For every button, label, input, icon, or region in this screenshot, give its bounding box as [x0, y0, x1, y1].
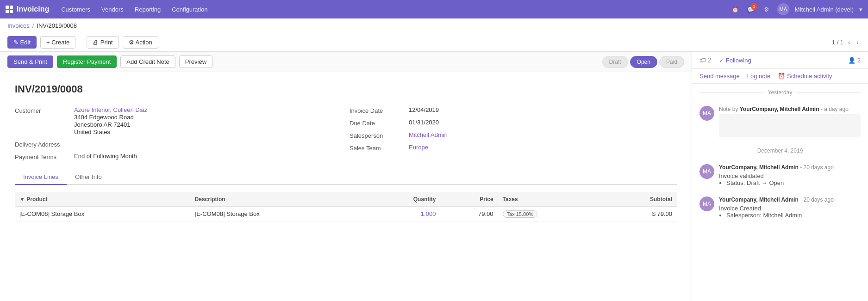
menu-reporting[interactable]: Reporting	[130, 4, 165, 15]
next-button[interactable]: ›	[855, 38, 861, 47]
invoice-number: INV/2019/0008	[15, 83, 677, 95]
schedule-activity-link[interactable]: ⏰ Schedule activity	[778, 73, 832, 80]
due-date-label: Due Date	[350, 119, 405, 127]
chat-icon[interactable]: 💬 1	[746, 4, 756, 14]
invoice-date-row: Invoice Date 12/04/2019	[350, 106, 677, 114]
chatter-top: 🏷 2 ✓ Following 👤 2	[692, 52, 868, 69]
row-product: [E-COM08] Storage Box	[15, 207, 190, 221]
notification-badge: 1	[751, 3, 757, 10]
invoice-form: INV/2019/0008 Customer Azure Interior, C…	[0, 72, 692, 233]
customer-country: United States	[74, 129, 147, 135]
print-button[interactable]: 🖨 Print	[87, 36, 119, 49]
row-taxes: Tax 15.00%	[498, 207, 603, 221]
message-title-2: Invoice validated	[719, 172, 861, 179]
grid-icon	[6, 6, 13, 13]
send-print-button[interactable]: Send & Print	[7, 55, 53, 68]
message-list-3: Salesperson: Mitchell Admin	[719, 212, 861, 219]
invoice-date-label: Invoice Date	[350, 106, 405, 114]
message-content-2: YourCompany, Mitchell Admin - 20 days ag…	[719, 164, 861, 187]
menu-customers[interactable]: Customers	[56, 4, 95, 15]
clock-small-icon: ⏰	[778, 73, 787, 80]
app-logo[interactable]: Invoicing	[6, 5, 49, 13]
message-header-2: YourCompany, Mitchell Admin - 20 days ag…	[719, 164, 861, 171]
customer-name[interactable]: Azure Interior, Colleen Diaz	[74, 106, 147, 113]
register-payment-button[interactable]: Register Payment	[57, 55, 117, 68]
message-time-3: 20 days ago	[803, 197, 833, 203]
col-taxes: Taxes	[498, 192, 603, 207]
customer-label: Customer	[15, 106, 70, 114]
col-product: ▼ Product	[15, 192, 190, 207]
user-avatar[interactable]: MA	[777, 3, 789, 15]
send-message-link[interactable]: Send message	[699, 73, 740, 80]
form-grid: Customer Azure Interior, Colleen Diaz 34…	[15, 106, 677, 160]
salesperson-link[interactable]: Mitchell Admin	[409, 131, 448, 138]
message-content-3: YourCompany, Mitchell Admin - 20 days ag…	[719, 197, 861, 220]
customer-row: Customer Azure Interior, Colleen Diaz 34…	[15, 106, 342, 135]
message-list-2: Status: Draft → Open	[719, 179, 861, 186]
status-bar: Send & Print Register Payment Add Credit…	[0, 52, 692, 72]
due-date-value: 01/31/2020	[409, 119, 439, 126]
table-header: ▼ Product Description Quantity Price Tax…	[15, 192, 677, 207]
breadcrumb-parent[interactable]: Invoices	[7, 22, 30, 29]
add-credit-note-button[interactable]: Add Credit Note	[120, 55, 175, 68]
table-body: [E-COM08] Storage Box [E-COM08] Storage …	[15, 207, 677, 221]
row-description: [E-COM08] Storage Box	[190, 207, 366, 221]
salesperson-row: Salesperson Mitchell Admin	[350, 131, 677, 139]
tab-invoice-lines[interactable]: Invoice Lines	[15, 170, 67, 185]
tab-other-info[interactable]: Other Info	[67, 170, 110, 185]
menu-configuration[interactable]: Configuration	[167, 4, 212, 15]
row-price: 79.00	[440, 207, 498, 221]
action-button[interactable]: ⚙ Action	[123, 36, 158, 49]
preview-button[interactable]: Preview	[179, 55, 212, 68]
chatter-message-2: MA YourCompany, Mitchell Admin - 20 days…	[692, 160, 868, 192]
message-time-2: 20 days ago	[803, 164, 833, 171]
top-menu: Customers Vendors Reporting Configuratio…	[56, 4, 212, 15]
delivery-address-label: Delivery Address	[15, 140, 70, 148]
message-header-1: Note by YourCompany, Mitchell Admin - a …	[719, 106, 861, 112]
user-chevron[interactable]: ▾	[859, 6, 862, 13]
col-description: Description	[190, 192, 366, 207]
payment-terms-row: Payment Terms End of Following Month	[15, 153, 342, 160]
check-icon: ✓	[719, 57, 724, 64]
sales-team-label: Sales Team	[350, 144, 405, 152]
pagination-label: 1 / 1	[832, 39, 843, 46]
status-paid[interactable]: Paid	[659, 56, 684, 68]
topnav-right: ⏰ 💬 1 ⚙ MA Mitchell Admin (devel) ▾	[730, 3, 862, 15]
salesperson-label: Salesperson	[350, 131, 405, 139]
tags-count: 2	[708, 56, 712, 64]
status-steps: Draft Open Paid	[602, 56, 684, 68]
pagination: 1 / 1 ‹ ›	[832, 38, 861, 47]
edit-button[interactable]: ✎ Edit	[7, 36, 37, 49]
sales-team-row: Sales Team Europe	[350, 144, 677, 152]
top-navigation: Invoicing Customers Vendors Reporting Co…	[0, 0, 868, 18]
message-list-item-2: Salesperson: Mitchell Admin	[726, 212, 861, 219]
prev-button[interactable]: ‹	[846, 38, 852, 47]
sort-icon: ▼	[19, 196, 26, 203]
create-button[interactable]: + Create	[40, 36, 75, 49]
chatter-actions: Send message Log note ⏰ Schedule activit…	[692, 69, 868, 84]
message-author-1: YourCompany, Mitchell Admin	[740, 106, 819, 112]
breadcrumb-separator: /	[32, 22, 34, 29]
form-panel: Send & Print Register Payment Add Credit…	[0, 52, 692, 301]
log-note-link[interactable]: Log note	[747, 73, 771, 80]
menu-vendors[interactable]: Vendors	[97, 4, 128, 15]
breadcrumb-current: INV/2019/0008	[37, 22, 77, 29]
settings-icon[interactable]: ⚙	[762, 4, 772, 14]
status-draft[interactable]: Draft	[602, 56, 628, 68]
message-content-1: Note by YourCompany, Mitchell Admin - a …	[719, 106, 861, 137]
table-row: [E-COM08] Storage Box [E-COM08] Storage …	[15, 207, 677, 221]
customer-address2: Jonesboro AR 72401	[74, 121, 147, 128]
clock-icon[interactable]: ⏰	[730, 4, 740, 14]
main-content: Send & Print Register Payment Add Credit…	[0, 52, 868, 301]
status-open[interactable]: Open	[630, 56, 657, 68]
page-wrapper: Invoices / INV/2019/0008 ✎ Edit + Create…	[0, 18, 868, 301]
form-left: Customer Azure Interior, Colleen Diaz 34…	[15, 106, 342, 160]
chatter-message-1: MA Note by YourCompany, Mitchell Admin -…	[692, 101, 868, 142]
sales-team-link[interactable]: Europe	[409, 144, 428, 151]
date-divider-dec4: December 4, 2019	[692, 142, 868, 160]
message-header-3: YourCompany, Mitchell Admin - 20 days ag…	[719, 197, 861, 203]
tax-badge: Tax 15.00%	[503, 210, 537, 218]
following-button[interactable]: ✓ Following	[719, 57, 751, 64]
app-name: Invoicing	[17, 5, 49, 13]
col-quantity: Quantity	[365, 192, 440, 207]
